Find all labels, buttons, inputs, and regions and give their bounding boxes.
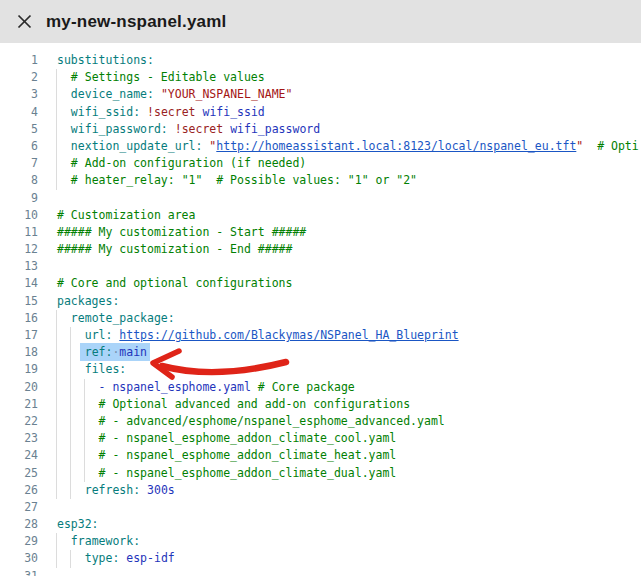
code-text: device_name: "YOUR_NSPANEL_NAME" [57, 86, 641, 103]
line-number: 31 [0, 568, 38, 576]
indent-guide [56, 344, 57, 361]
code-line[interactable]: 22 # - advanced/esphome/nspanel_esphome_… [0, 413, 641, 430]
code-text: # Customization area [57, 207, 641, 224]
indent-guide [70, 327, 71, 344]
file-title: my-new-nspanel.yaml [46, 12, 226, 32]
code-token [57, 156, 71, 170]
code-line[interactable]: 26 refresh: 300s [0, 482, 641, 499]
indent-guide [56, 396, 57, 413]
code-token [57, 448, 99, 462]
line-number: 12 [0, 241, 38, 258]
code-line[interactable]: 4 wifi_ssid: !secret wifi_ssid [0, 104, 641, 121]
code-line[interactable]: 5 wifi_password: !secret wifi_password [0, 121, 641, 138]
code-token [57, 414, 99, 428]
code-link[interactable]: https://github.com/Blackymas/NSPanel_HA_… [119, 328, 458, 342]
code-token: # Settings - Editable values [71, 70, 265, 84]
line-number: 7 [0, 155, 38, 172]
code-token: nextion_update_url: [71, 139, 203, 153]
indent-guide [70, 465, 71, 482]
code-line[interactable]: 2 # Settings - Editable values [0, 69, 641, 86]
code-line[interactable]: 10# Customization area [0, 207, 641, 224]
code-token: wifi_ssid [202, 105, 264, 119]
line-number: 30 [0, 550, 38, 567]
code-line[interactable]: 8 # heater_relay: "1" # Possible values:… [0, 172, 641, 189]
code-token: wifi_password [230, 122, 320, 136]
code-link[interactable]: http://homeassistant.local:8123/local/ns… [216, 139, 576, 153]
indent-guide [70, 550, 71, 567]
code-token: # Customization area [57, 208, 195, 222]
code-line[interactable]: 14# Core and optional configurations [0, 275, 641, 292]
code-token: # Add-on configuration (if needed) [71, 156, 306, 170]
line-number: 19 [0, 361, 38, 378]
code-text: # Settings - Editable values [57, 69, 641, 86]
code-text: # Core and optional configurations [57, 275, 641, 292]
code-line[interactable]: 7 # Add-on configuration (if needed) [0, 155, 641, 172]
code-token [57, 466, 99, 480]
line-number: 25 [0, 465, 38, 482]
code-line[interactable]: 20 - nspanel_esphome.yaml # Core package [0, 379, 641, 396]
code-line[interactable]: 24 # - nspanel_esphome_addon_climate_hea… [0, 447, 641, 464]
code-line[interactable]: 13 [0, 258, 641, 275]
code-line[interactable]: 16 remote_package: [0, 310, 641, 327]
code-token: ref: [85, 345, 113, 359]
code-line[interactable]: 15packages: [0, 293, 641, 310]
indent-guide [56, 86, 57, 103]
code-token: # - nspanel_esphome_addon_climate_cool.y… [99, 431, 397, 445]
code-line[interactable]: 21 # Optional advanced and add-on config… [0, 396, 641, 413]
code-token: - nspanel_esphome.yaml [99, 380, 251, 394]
code-token [57, 380, 99, 394]
line-number: 8 [0, 172, 38, 189]
line-number: 21 [0, 396, 38, 413]
code-line[interactable]: 3 device_name: "YOUR_NSPANEL_NAME" [0, 86, 641, 103]
indent-guide [70, 396, 71, 413]
indent-guide [70, 361, 71, 378]
code-text: # - nspanel_esphome_addon_climate_heat.y… [57, 447, 641, 464]
code-line[interactable]: 23 # - nspanel_esphome_addon_climate_coo… [0, 430, 641, 447]
code-token [140, 483, 147, 497]
code-line[interactable]: 19 files: [0, 361, 641, 378]
code-token: # Opti [597, 139, 639, 153]
code-token: "YOUR_NSPANEL_NAME" [161, 87, 293, 101]
indent-guide [56, 447, 57, 464]
code-token [57, 311, 71, 325]
close-button[interactable] [15, 12, 34, 31]
code-line[interactable]: 11##### My customization - Start ##### [0, 224, 641, 241]
code-token: 300s [147, 483, 175, 497]
code-line[interactable]: 29 framework: [0, 533, 641, 550]
indent-guide [70, 379, 71, 396]
code-token: # Optional advanced and add-on configura… [99, 397, 411, 411]
indent-guide [84, 465, 85, 482]
code-token: # - nspanel_esphome_addon_climate_heat.y… [99, 448, 397, 462]
indent-guide [84, 447, 85, 464]
line-number: 17 [0, 327, 38, 344]
code-line[interactable]: 25 # - nspanel_esphome_addon_climate_dua… [0, 465, 641, 482]
indent-guide [56, 310, 57, 327]
selected-text[interactable]: ref:·main [80, 343, 150, 361]
code-line[interactable]: 12##### My customization - End ##### [0, 241, 641, 258]
indent-guide [56, 550, 57, 567]
code-line[interactable]: 31 [0, 568, 641, 576]
line-number: 20 [0, 379, 38, 396]
line-number: 23 [0, 430, 38, 447]
indent-guide [56, 413, 57, 430]
code-line[interactable]: 17 url: https://github.com/Blackymas/NSP… [0, 327, 641, 344]
code-line[interactable]: 18 ref:·main [0, 344, 641, 361]
code-line[interactable]: 28esp32: [0, 516, 641, 533]
code-line[interactable]: 30 type: esp-idf [0, 550, 641, 567]
code-editor[interactable]: 1substitutions:2 # Settings - Editable v… [0, 43, 641, 576]
code-token [57, 87, 71, 101]
line-number: 3 [0, 86, 38, 103]
code-line[interactable]: 27 [0, 499, 641, 516]
indent-guide [70, 482, 71, 499]
code-line[interactable]: 9 [0, 190, 641, 207]
line-number: 9 [0, 190, 38, 207]
code-text: url: https://github.com/Blackymas/NSPane… [57, 327, 641, 344]
code-text: packages: [57, 293, 641, 310]
code-token: framework: [71, 534, 140, 548]
line-number: 13 [0, 258, 38, 275]
line-number: 28 [0, 516, 38, 533]
code-text: ##### My customization - Start ##### [57, 224, 641, 241]
code-line[interactable]: 1substitutions: [0, 52, 641, 69]
code-line[interactable]: 6 nextion_update_url: "http://homeassist… [0, 138, 641, 155]
line-number: 24 [0, 447, 38, 464]
